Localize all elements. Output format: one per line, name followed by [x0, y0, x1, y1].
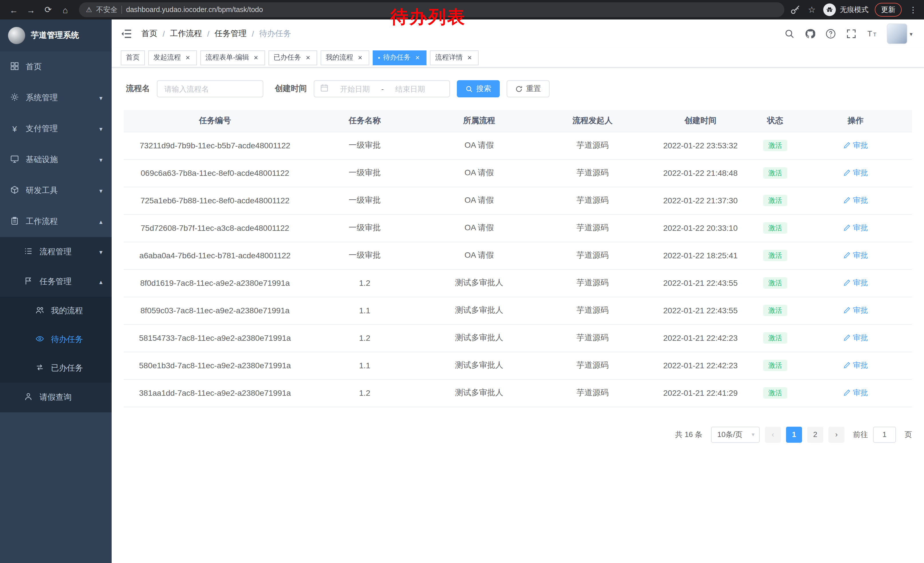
task-id-cell: a6aba0a4-7b6d-11ec-b781-acde48001122 [124, 242, 306, 269]
reset-button[interactable]: 重置 [507, 80, 550, 98]
app-logo[interactable]: 芋道管理系统 [0, 20, 112, 51]
sidebar-item-payment[interactable]: ¥ 支付管理 ▾ [0, 113, 112, 144]
page-unit-label: 页 [904, 429, 912, 440]
date-range-picker[interactable]: - [314, 80, 450, 98]
key-icon[interactable] [790, 5, 800, 15]
clipboard-icon [10, 216, 19, 227]
sidebar-item-home[interactable]: 首页 [0, 51, 112, 83]
home-icon[interactable]: ⌂ [57, 2, 73, 18]
process-cell: OA 请假 [423, 214, 535, 242]
header-starter: 流程发起人 [535, 110, 650, 132]
help-icon[interactable] [825, 28, 836, 39]
status-badge: 激活 [763, 140, 787, 151]
app-title: 芋道管理系统 [31, 30, 79, 41]
approve-link[interactable]: 审批 [843, 223, 868, 233]
create-time-cell: 2022-01-21 22:43:55 [650, 269, 751, 297]
fullscreen-icon[interactable] [846, 28, 857, 39]
tags-view-bar: 首页 发起流程× 流程表单-编辑× 已办任务× 我的流程× ●待办任务× 流程详… [112, 48, 924, 68]
close-icon[interactable]: × [465, 54, 474, 62]
url-text[interactable]: dashboard.yudao.iocoder.cn/bpm/task/todo [126, 6, 263, 14]
approve-link[interactable]: 审批 [843, 168, 868, 178]
chevron-down-icon: ▾ [99, 156, 102, 164]
sidebar-item-leave-query[interactable]: 请假查询 [0, 383, 112, 412]
approve-link[interactable]: 审批 [843, 360, 868, 371]
sidebar-item-process-management[interactable]: 流程管理 ▾ [0, 237, 112, 267]
security-label[interactable]: 不安全 [96, 5, 118, 15]
tab-home[interactable]: 首页 [121, 50, 145, 65]
process-name-label: 流程名 [126, 84, 150, 94]
sidebar-item-workflow[interactable]: 工作流程 ▴ [0, 206, 112, 237]
close-icon[interactable]: × [413, 54, 422, 62]
page-button-2[interactable]: 2 [807, 426, 823, 443]
github-icon[interactable] [804, 28, 816, 39]
process-cell: OA 请假 [423, 242, 535, 269]
task-id-cell: 725a1eb6-7b88-11ec-8ef0-acde48001122 [124, 187, 306, 214]
close-icon[interactable]: × [252, 54, 260, 62]
font-size-icon[interactable]: TT [866, 28, 878, 39]
breadcrumb-task-management[interactable]: 任务管理 [214, 29, 247, 39]
search-icon[interactable] [784, 28, 795, 39]
tab-process-form-edit[interactable]: 流程表单-编辑× [200, 50, 265, 65]
sidebar-item-devtools[interactable]: 研发工具 ▾ [0, 175, 112, 206]
start-date-input[interactable] [331, 84, 379, 93]
approve-link[interactable]: 审批 [843, 305, 868, 315]
close-icon[interactable]: × [356, 54, 364, 62]
sidebar-item-infrastructure[interactable]: 基础设施 ▾ [0, 144, 112, 175]
end-date-input[interactable] [386, 84, 434, 93]
status-badge: 激活 [763, 332, 787, 344]
goto-page-input[interactable] [873, 426, 896, 443]
breadcrumb-workflow[interactable]: 工作流程 [170, 29, 202, 39]
breadcrumb-separator: / [252, 29, 254, 38]
starter-cell: 芋道源码 [535, 379, 650, 407]
close-icon[interactable]: × [184, 54, 192, 62]
incognito-label: 无痕模式 [840, 5, 868, 15]
approve-link[interactable]: 审批 [843, 250, 868, 261]
sidebar-item-todo-tasks[interactable]: 待办任务 [0, 325, 112, 354]
process-name-input[interactable] [157, 80, 263, 98]
avatar[interactable] [887, 24, 908, 44]
tab-process-detail[interactable]: 流程详情× [430, 50, 478, 65]
tab-my-process[interactable]: 我的流程× [321, 50, 369, 65]
page-size-select[interactable]: 10条/页 ▾ [711, 426, 760, 443]
approve-link[interactable]: 审批 [843, 333, 868, 343]
sidebar-item-done-tasks[interactable]: 已办任务 [0, 354, 112, 383]
table-row: 381aa1dd-7ac8-11ec-a9e2-a2380e71991a 1.2… [124, 379, 912, 407]
tab-start-process[interactable]: 发起流程× [148, 50, 197, 65]
task-id-cell: 58154733-7ac8-11ec-a9e2-a2380e71991a [124, 324, 306, 352]
user-menu[interactable]: ▾ [887, 24, 912, 44]
approve-link[interactable]: 审批 [843, 278, 868, 288]
reload-icon[interactable]: ⟳ [40, 2, 56, 18]
prev-page-button[interactable]: ‹ [765, 426, 781, 443]
sidebar: 芋道管理系统 首页 系统管理 ▾ ¥ 支付管理 ▾ 基础设施 ▾ [0, 20, 112, 563]
search-icon [465, 85, 473, 93]
update-button[interactable]: 更新 [875, 3, 902, 17]
approve-link[interactable]: 审批 [843, 140, 868, 151]
page-button-1[interactable]: 1 [786, 426, 802, 443]
search-button[interactable]: 搜索 [457, 80, 500, 98]
sidebar-collapse-icon[interactable] [121, 28, 132, 39]
header-create-time: 创建时间 [650, 110, 751, 132]
process-cell: 测试多审批人 [423, 379, 535, 407]
breadcrumb-home[interactable]: 首页 [141, 29, 158, 39]
bookmark-star-icon[interactable]: ☆ [807, 5, 817, 15]
create-time-cell: 2022-01-22 21:37:30 [650, 187, 751, 214]
next-page-button[interactable]: › [828, 426, 844, 443]
task-name-cell: 一级审批 [306, 132, 423, 159]
tab-todo-tasks[interactable]: ●待办任务× [373, 50, 426, 65]
main-area: 首页 / 工作流程 / 任务管理 / 待办任务 TT ▾ [112, 20, 924, 563]
content-area: 流程名 创建时间 - 搜索 重置 [112, 68, 924, 563]
approve-link[interactable]: 审批 [843, 195, 868, 206]
forward-icon[interactable]: → [23, 2, 39, 18]
menu-kebab-icon[interactable]: ⋮ [909, 5, 917, 14]
tab-done-tasks[interactable]: 已办任务× [268, 50, 317, 65]
sidebar-item-system[interactable]: 系统管理 ▾ [0, 83, 112, 113]
process-cell: OA 请假 [423, 187, 535, 214]
back-icon[interactable]: ← [6, 2, 22, 18]
sidebar-item-task-management[interactable]: 任务管理 ▴ [0, 267, 112, 297]
chevron-up-icon: ▴ [99, 218, 102, 225]
table-row: 58154733-7ac8-11ec-a9e2-a2380e71991a 1.2… [124, 324, 912, 352]
sidebar-item-my-process[interactable]: 我的流程 [0, 297, 112, 325]
approve-link[interactable]: 审批 [843, 388, 868, 398]
task-management-submenu: 我的流程 待办任务 已办任务 [0, 297, 112, 383]
close-icon[interactable]: × [304, 54, 312, 62]
